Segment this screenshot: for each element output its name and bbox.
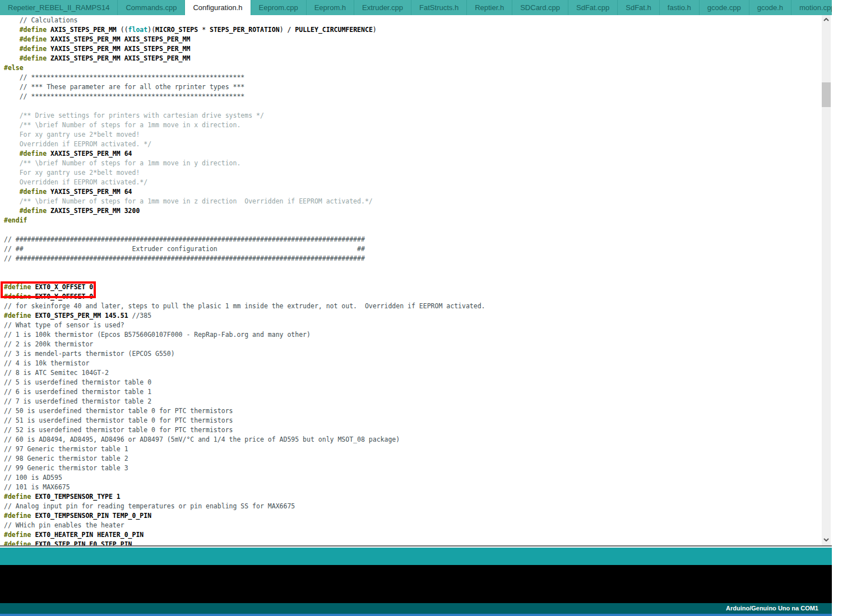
code-line: #define EXT0_STEP_PIN E0_STEP_PIN xyxy=(4,540,485,546)
code-line: #define EXT0_TEMPSENSOR_TYPE 1 xyxy=(4,492,485,502)
code-line: // *************************************… xyxy=(4,73,485,82)
code-line: // *************************************… xyxy=(4,92,485,101)
code-line: /** Drive settings for printers with car… xyxy=(4,111,485,121)
tab-gcode-h[interactable]: gcode.h xyxy=(749,0,791,15)
window-accent-line xyxy=(0,614,832,616)
code-line xyxy=(4,225,485,235)
code-line: #define ZAXIS_STEPS_PER_MM AXIS_STEPS_PE… xyxy=(4,54,485,63)
tab-sdfat-cpp[interactable]: SdFat.cpp xyxy=(568,0,618,15)
status-bar xyxy=(0,548,832,565)
code-line: #define EXT0_TEMPSENSOR_PIN TEMP_0_PIN xyxy=(4,511,485,521)
tab-configuration-h[interactable]: Configuration.h xyxy=(185,0,251,15)
tab-label: Commands.cpp xyxy=(126,0,177,15)
code-line: // 52 is userdefined thermistor table 0 … xyxy=(4,425,485,435)
tab-extruder-cpp[interactable]: Extruder.cpp xyxy=(354,0,411,15)
code-line: /** \brief Number of steps for a 1mm mov… xyxy=(4,121,485,130)
code-line: // 1 is 100k thermistor (Epcos B57560G01… xyxy=(4,330,485,340)
code-line: // What type of sensor is used? xyxy=(4,321,485,330)
code-line: Overridden if EEPROM activated. */ xyxy=(4,140,485,149)
scroll-up-icon xyxy=(823,18,829,21)
code-line: #define ZAXIS_STEPS_PER_MM 3200 xyxy=(4,206,485,216)
vertical-scrollbar[interactable] xyxy=(822,15,831,545)
code-line: // 6 is userdefined thermistor table 1 xyxy=(4,387,485,397)
tab-label: Reptier.h xyxy=(475,0,504,15)
scroll-down-icon xyxy=(823,538,829,541)
code-line: // 100 is AD595 xyxy=(4,473,485,483)
tab-gcode-cpp[interactable]: gcode.cpp xyxy=(700,0,749,15)
tab-label: SdFat.h xyxy=(626,0,651,15)
code-line: #else xyxy=(4,63,485,73)
code-line: // for skeinforge 40 and later, steps to… xyxy=(4,302,485,311)
code-line: For xy gantry use 2*belt moved! xyxy=(4,168,485,178)
tab-label: Configuration.h xyxy=(193,0,242,15)
tab-label: gcode.cpp xyxy=(707,0,741,15)
code-line: // 51 is userdefined thermistor table 0 … xyxy=(4,416,485,425)
code-line: // ## Extruder configuration ## xyxy=(4,244,485,254)
code-line: #define EXT0_HEATER_PIN HEATER_0_PIN xyxy=(4,530,485,540)
code-line: // *** These parameter are for all othe … xyxy=(4,82,485,92)
code-line: // 5 is userdefined thermistor table 0 xyxy=(4,378,485,387)
code-line: // Analog input pin for reading temperat… xyxy=(4,502,485,511)
tab-eeprom-h[interactable]: Eeprom.h xyxy=(307,0,354,15)
tab-reptier-h[interactable]: Reptier.h xyxy=(467,0,512,15)
tab-eeprom-cpp[interactable]: Eeprom.cpp xyxy=(251,0,307,15)
tab-label: Eeprom.h xyxy=(314,0,346,15)
code-line: // 3 is mendel-parts thermistor (EPCOS G… xyxy=(4,349,485,359)
tab-label: gcode.h xyxy=(757,0,783,15)
code-line: #define YAXIS_STEPS_PER_MM AXIS_STEPS_PE… xyxy=(4,44,485,54)
scroll-down-button[interactable] xyxy=(822,535,831,544)
code-line: // #####################################… xyxy=(4,254,485,263)
code-editor[interactable]: // Calculations #define AXIS_STEPS_PER_M… xyxy=(0,15,832,546)
code-line: // 8 is ATC Semitec 104GT-2 xyxy=(4,368,485,378)
code-line: /** \brief Number of steps for a 1mm mov… xyxy=(4,197,485,206)
code-line: // 7 is userdefined thermistor table 2 xyxy=(4,397,485,406)
code-line: // 50 is userdefined thermistor table 0 … xyxy=(4,406,485,416)
tab-label: FatStructs.h xyxy=(419,0,459,15)
code-line: // #####################################… xyxy=(4,235,485,244)
code-line: #define EXT0_STEPS_PER_MM 145.51 //385 xyxy=(4,311,485,321)
tab-fastio-h[interactable]: fastio.h xyxy=(660,0,700,15)
console-output xyxy=(0,565,832,603)
code-line: // 98 Generic thermistor table 2 xyxy=(4,454,485,464)
tab-label: SdFat.cpp xyxy=(576,0,609,15)
tab-repetier-rebel-ii-ramps14[interactable]: Repetier_REBEL_II_RAMPS14 xyxy=(0,0,118,15)
highlight-box xyxy=(1,281,96,298)
code-line: // 97 Generic thermistor table 1 xyxy=(4,444,485,454)
tab-bar: Repetier_REBEL_II_RAMPS14Commands.cppCon… xyxy=(0,0,832,15)
scrollbar-thumb[interactable] xyxy=(822,82,831,107)
code-line: // 2 is 200k thermistor xyxy=(4,340,485,349)
code-line xyxy=(4,263,485,273)
code-line: For xy gantry use 2*belt moved! xyxy=(4,130,485,140)
code-line: // Calculations xyxy=(4,16,485,25)
code-line: #define XAXIS_STEPS_PER_MM AXIS_STEPS_PE… xyxy=(4,35,485,44)
code-line: #define YAXIS_STEPS_PER_MM 64 xyxy=(4,187,485,197)
code-line: Overridden if EEPROM activated.*/ xyxy=(4,178,485,187)
tab-sdfat-h[interactable]: SdFat.h xyxy=(618,0,660,15)
code-line: /** \brief Number of steps for a 1mm mov… xyxy=(4,159,485,168)
code-line xyxy=(4,101,485,111)
tab-motion-cpp[interactable]: motion.cpp xyxy=(791,0,832,15)
board-port-label: Arduino/Genuino Uno na COM1 xyxy=(0,603,832,614)
code-line: #define AXIS_STEPS_PER_MM ((float)(MICRO… xyxy=(4,25,485,35)
tab-label: Extruder.cpp xyxy=(362,0,403,15)
scroll-up-button[interactable] xyxy=(822,15,831,24)
code-line: // WHich pin enables the heater xyxy=(4,521,485,530)
tab-label: SDCard.cpp xyxy=(520,0,560,15)
tab-commands-cpp[interactable]: Commands.cpp xyxy=(118,0,185,15)
code-line: // 60 is AD8494, AD8495, AD8496 or AD849… xyxy=(4,435,485,444)
tab-fatstructs-h[interactable]: FatStructs.h xyxy=(411,0,467,15)
code-line: #endif xyxy=(4,216,485,225)
code-line: #define XAXIS_STEPS_PER_MM 64 xyxy=(4,149,485,159)
tab-label: Repetier_REBEL_II_RAMPS14 xyxy=(8,0,109,15)
app-window: Repetier_REBEL_II_RAMPS14Commands.cppCon… xyxy=(0,0,832,616)
tab-label: Eeprom.cpp xyxy=(259,0,298,15)
tab-label: fastio.h xyxy=(668,0,691,15)
code-line: // 99 Generic thermistor table 3 xyxy=(4,464,485,473)
tab-label: motion.cpp xyxy=(799,0,832,15)
tab-sdcard-cpp[interactable]: SDCard.cpp xyxy=(512,0,568,15)
code-line: // 101 is MAX6675 xyxy=(4,483,485,492)
code-line: // 4 is 10k thermistor xyxy=(4,359,485,368)
